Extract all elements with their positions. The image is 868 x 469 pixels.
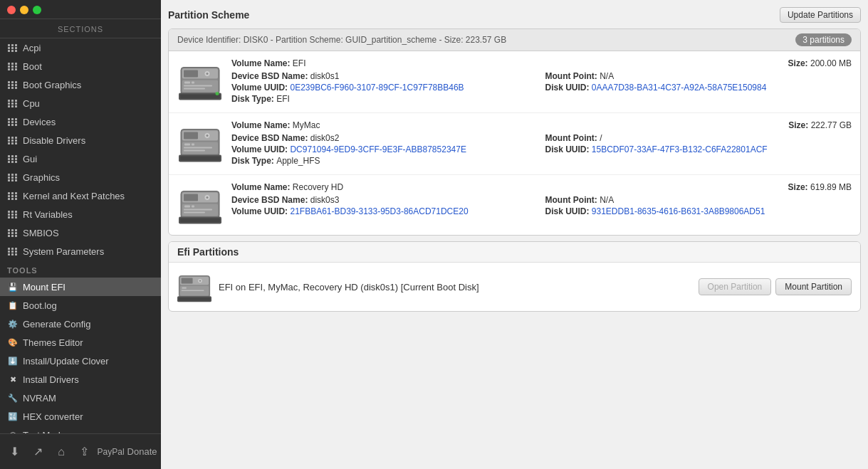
svg-rect-2 (184, 70, 198, 78)
sidebar-item-system-params[interactable]: System Parameters (0, 242, 161, 260)
sidebar-item-rt-variables[interactable]: Rt Variables (0, 205, 161, 223)
svg-rect-8 (184, 85, 212, 87)
close-button[interactable] (7, 6, 16, 14)
svg-rect-9 (184, 88, 205, 90)
partition-scheme-title: Partition Scheme (168, 9, 249, 21)
sidebar-item-generate-config[interactable]: ⚙️ Generate Config (0, 315, 161, 333)
svg-rect-21 (184, 147, 212, 149)
svg-point-41 (199, 280, 201, 281)
disk-type-label: Disk Type: (231, 156, 276, 166)
partitions-badge: 3 partitions (795, 33, 852, 46)
sidebar-item-acpi[interactable]: Acpi (0, 38, 161, 57)
mount-partition-button[interactable]: Mount Partition (775, 278, 852, 295)
footer-btn-3[interactable]: ⌂ (51, 441, 72, 463)
svg-rect-19 (184, 144, 190, 146)
window-controls (0, 0, 161, 19)
sidebar-item-install-update[interactable]: ⬇️ Install/Update Clover (0, 352, 161, 370)
sidebar-item-label: Kernel and Kext Patches (23, 191, 125, 201)
sidebar: SECTIONS Acpi Boot Boot Graphics Cpu (0, 0, 161, 469)
bsd-value: disk0s2 (310, 133, 340, 143)
sidebar-item-cpu[interactable]: Cpu (0, 94, 161, 112)
svg-rect-32 (192, 206, 194, 208)
uuid-label: Volume UUID: (231, 83, 290, 93)
disk-type-value: EFI (276, 94, 290, 104)
update-partitions-button[interactable]: Update Partitions (780, 7, 861, 23)
sidebar-item-text-mode[interactable]: 👁 Text Mode (0, 426, 161, 433)
sidebar-item-boot-graphics[interactable]: Boot Graphics (0, 75, 161, 94)
sidebar-item-boot[interactable]: Boot (0, 57, 161, 75)
donate-button[interactable]: PayPal Donate (98, 446, 157, 457)
donate-label: Donate (127, 446, 157, 457)
svg-rect-20 (192, 144, 194, 146)
disk-info-text: Device Identifier: DISK0 - Partition Sch… (177, 35, 506, 45)
footer-btn-4[interactable]: ⇪ (74, 441, 95, 463)
efi-entry-label: EFI on EFI, MyMac, Recovery HD (disk0s1)… (219, 282, 479, 293)
efi-disk-icon (177, 270, 211, 304)
svg-rect-33 (184, 209, 212, 211)
sidebar-item-devices[interactable]: Devices (0, 112, 161, 131)
sidebar-item-graphics[interactable]: Graphics (0, 168, 161, 186)
partition-scheme-header: Partition Scheme Update Partitions (168, 7, 861, 23)
uuid-label: Volume UUID: (231, 144, 290, 154)
uuid-value: 21FBBA61-BD39-3133-95D3-86ACD71DCE20 (290, 206, 468, 216)
footer-btn-1[interactable]: ⬇ (4, 441, 25, 463)
uuid-value: 0E239BC6-F960-3107-89CF-1C97F78BB46B (290, 83, 464, 93)
vol-name-value: Recovery HD (293, 182, 343, 192)
sidebar-item-kernel-kext[interactable]: Kernel and Kext Patches (0, 186, 161, 205)
grid-icon (7, 60, 19, 72)
svg-rect-6 (184, 82, 190, 84)
grid-icon (7, 98, 19, 109)
sidebar-item-install-drivers[interactable]: ✖ Install Drivers (0, 370, 161, 389)
efi-section: Efi Partitions (168, 241, 861, 312)
vol-name-value: EFI (293, 58, 306, 68)
disk-uuid-value: 15BCDF07-33AF-47F3-B132-C6FA22801ACF (592, 144, 768, 154)
vol-name-label: Volume Name: (231, 58, 293, 68)
minimize-button[interactable] (20, 6, 28, 14)
theme-icon: 🎨 (7, 337, 19, 348)
sidebar-item-disable-drivers[interactable]: Disable Drivers (0, 131, 161, 149)
svg-rect-27 (184, 194, 198, 201)
sidebar-item-hex-converter[interactable]: 🔣 HEX converter (0, 407, 161, 426)
sidebar-item-label: Install Drivers (23, 374, 79, 385)
vol-name-label: Volume Name: (231, 182, 293, 192)
sidebar-nav: Acpi Boot Boot Graphics Cpu Devices (0, 38, 161, 433)
mount-label: Mount Point: (545, 195, 600, 205)
disk-uuid-value: 0AAA7D38-BA31-4C37-A92A-58A75E150984 (592, 83, 767, 93)
grid-icon (7, 135, 19, 146)
maximize-button[interactable] (33, 6, 41, 14)
tools-section-label: TOOLS (0, 260, 161, 278)
uuid-value: DC971094-9ED9-3CFF-9E3F-ABB87852347E (290, 144, 466, 154)
partition-entry-mymac: Volume Name: MyMac Size: 222.77 GB Devic… (169, 113, 860, 175)
grid-icon (7, 116, 19, 127)
mount-label: Mount Point: (545, 71, 600, 81)
efi-entry: EFI on EFI, MyMac, Recovery HD (disk0s1)… (169, 263, 860, 311)
grid-icon (7, 227, 19, 238)
partition-details-mymac: Volume Name: MyMac Size: 222.77 GB Devic… (231, 120, 852, 167)
sidebar-item-gui[interactable]: Gui (0, 149, 161, 168)
disk-uuid-value: 931EDDB1-8635-4616-B631-3A8B9806AD51 (592, 206, 765, 216)
sidebar-item-label: Rt Variables (23, 209, 73, 220)
vol-name-value: MyMac (293, 120, 320, 130)
svg-rect-7 (192, 82, 194, 84)
svg-rect-36 (180, 218, 220, 223)
disk-icon-efi (177, 58, 223, 104)
sidebar-item-label: Themes Editor (23, 337, 83, 348)
sidebar-item-label: System Parameters (23, 246, 104, 257)
efi-buttons: Open Partition Mount Partition (699, 278, 852, 295)
sidebar-item-themes-editor[interactable]: 🎨 Themes Editor (0, 333, 161, 352)
footer-btn-2[interactable]: ↗ (27, 441, 48, 463)
grid-icon (7, 246, 19, 257)
nvram-icon: 🔧 (7, 392, 19, 404)
grid-icon (7, 153, 19, 164)
svg-point-12 (216, 92, 219, 95)
sidebar-item-mount-efi[interactable]: 💾 Mount EFI (0, 278, 161, 296)
sidebar-item-label: HEX converter (23, 411, 83, 422)
sidebar-item-boot-log[interactable]: 📋 Boot.log (0, 296, 161, 315)
svg-rect-22 (184, 150, 205, 152)
sidebar-item-smbios[interactable]: SMBIOS (0, 223, 161, 242)
driver-icon: ✖ (7, 374, 19, 385)
svg-rect-31 (184, 206, 190, 208)
open-partition-button[interactable]: Open Partition (699, 278, 772, 295)
svg-rect-43 (182, 287, 186, 288)
sidebar-item-nvram[interactable]: 🔧 NVRAM (0, 389, 161, 407)
